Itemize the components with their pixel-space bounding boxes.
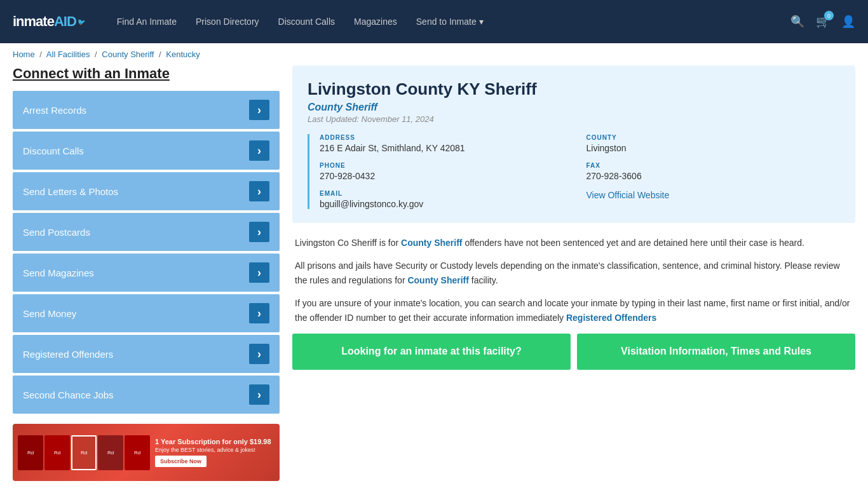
cart-badge: 0 (824, 11, 834, 20)
arrow-icon: › (249, 222, 269, 242)
desc-para-1: Livingston Co Sheriff is for County Sher… (295, 236, 853, 250)
visitation-info-button[interactable]: Visitation Information, Times and Rules (577, 334, 855, 370)
arrow-icon: › (249, 262, 269, 283)
mag-3: Rd (98, 435, 123, 470)
desc-para-2: All prisons and jails have Security or C… (295, 259, 853, 287)
facility-type: County Sheriff (308, 102, 840, 113)
sidebar-item-send-money[interactable]: Send Money › (13, 294, 280, 332)
sidebar-label: Send Money (23, 308, 76, 319)
main-layout: Connect with an Inmate Arrest Records › … (0, 65, 868, 488)
address-label: ADDRESS (320, 134, 574, 141)
breadcrumb-county-sheriff[interactable]: County Sheriff (102, 50, 154, 59)
search-icon[interactable]: 🔍 (790, 15, 804, 29)
send-to-inmate-label: Send to Inmate (416, 17, 477, 27)
desc2-rest: facility. (469, 275, 498, 285)
nav-find-inmate[interactable]: Find An Inmate (117, 17, 177, 27)
bottom-buttons: Looking for an inmate at this facility? … (292, 334, 855, 370)
email-value: bguill@livingstonco.ky.gov (320, 199, 574, 209)
facility-name: Livingston County KY Sheriff (308, 79, 840, 99)
sidebar-item-send-letters[interactable]: Send Letters & Photos › (13, 172, 280, 210)
desc1-text: Livingston Co Sheriff is for (295, 238, 401, 248)
mag-featured: Rd (71, 435, 97, 470)
sidebar-label: Send Letters & Photos (23, 186, 118, 197)
ad-inner: Rd Rd Rd Rd Rd 1 Year Subscription for o… (13, 430, 280, 475)
ad-subtitle: Enjoy the BEST stories, advice & jokes! (155, 447, 275, 453)
sidebar: Connect with an Inmate Arrest Records › … (13, 65, 292, 481)
ad-magazines: Rd Rd Rd Rd Rd (18, 435, 150, 470)
fax-value: 270-928-3606 (587, 171, 841, 181)
sidebar-label: Registered Offenders (23, 349, 113, 360)
county-block: COUNTY Livingston (587, 134, 841, 153)
county-sheriff-link-2[interactable]: County Sheriff (407, 275, 468, 285)
mag-1: Rd (18, 435, 43, 470)
phone-block: PHONE 270-928-0432 (320, 162, 574, 181)
navbar: inmateAID 🐦 Find An Inmate Prison Direct… (0, 0, 868, 43)
user-icon[interactable]: 👤 (841, 15, 855, 29)
sidebar-item-arrest-records[interactable]: Arrest Records › (13, 91, 280, 129)
nav-send-to-inmate[interactable]: Send to Inmate ▾ (416, 17, 484, 27)
arrow-icon: › (249, 344, 269, 364)
breadcrumb-all-facilities[interactable]: All Facilities (46, 50, 90, 59)
fax-block: FAX 270-928-3606 (587, 162, 841, 181)
ad-title: 1 Year Subscription for only $19.98 (155, 438, 275, 445)
phone-label: PHONE (320, 162, 574, 169)
desc-para-3: If you are unsure of your inmate's locat… (295, 296, 853, 325)
logo[interactable]: inmateAID 🐦 (13, 13, 85, 30)
nav-icon-group: 🔍 🛒 0 👤 (790, 15, 855, 29)
facility-last-updated: Last Updated: November 11, 2024 (308, 114, 840, 124)
county-label: COUNTY (587, 134, 841, 141)
breadcrumb-state[interactable]: Kentucky (166, 50, 200, 59)
email-block: EMAIL bguill@livingstonco.ky.gov (320, 190, 574, 209)
facility-card: Livingston County KY Sheriff County Sher… (292, 65, 855, 223)
arrow-icon: › (249, 100, 269, 120)
desc1-rest: offenders have not been sentenced yet an… (463, 238, 804, 248)
nav-prison-directory[interactable]: Prison Directory (196, 17, 259, 27)
mag-4: Rd (125, 435, 150, 470)
view-official-website-link[interactable]: View Official Website (587, 190, 670, 200)
county-sheriff-link-1[interactable]: County Sheriff (401, 238, 462, 248)
cart-icon[interactable]: 🛒 0 (816, 15, 830, 29)
arrow-icon: › (249, 181, 269, 201)
sidebar-label: Discount Calls (23, 146, 84, 156)
county-value: Livingston (587, 143, 841, 153)
logo-inmate: inmate (13, 13, 54, 29)
sidebar-item-registered-offenders[interactable]: Registered Offenders › (13, 335, 280, 373)
registered-offenders-link[interactable]: Registered Offenders (566, 313, 656, 323)
address-block: ADDRESS 216 E Adair St, Smithland, KY 42… (320, 134, 574, 153)
breadcrumb-sep-2: / (95, 50, 97, 59)
sidebar-item-send-magazines[interactable]: Send Magazines › (13, 254, 280, 292)
sidebar-menu: Arrest Records › Discount Calls › Send L… (13, 91, 280, 414)
breadcrumb: Home / All Facilities / County Sheriff /… (0, 43, 868, 65)
description-section: Livingston Co Sheriff is for County Sher… (292, 236, 855, 325)
nav-magazines[interactable]: Magazines (354, 17, 397, 27)
desc2-text: All prisons and jails have Security or C… (295, 261, 840, 285)
looking-for-inmate-button[interactable]: Looking for an inmate at this facility? (292, 334, 571, 370)
ad-banner[interactable]: Rd Rd Rd Rd Rd 1 Year Subscription for o… (13, 424, 280, 481)
sidebar-item-send-postcards[interactable]: Send Postcards › (13, 213, 280, 251)
fax-label: FAX (587, 162, 841, 169)
phone-value: 270-928-0432 (320, 171, 574, 181)
sidebar-label: Send Postcards (23, 227, 90, 238)
sidebar-label: Send Magazines (23, 268, 94, 278)
bird-icon: 🐦 (78, 18, 85, 25)
logo-text: inmateAID (13, 13, 76, 30)
chevron-down-icon: ▾ (479, 17, 484, 27)
info-grid: ADDRESS 216 E Adair St, Smithland, KY 42… (308, 134, 840, 209)
arrow-icon: › (249, 140, 269, 161)
nav-discount-calls[interactable]: Discount Calls (278, 17, 335, 27)
sidebar-label: Arrest Records (23, 105, 86, 116)
arrow-icon: › (249, 303, 269, 323)
breadcrumb-sep-1: / (39, 50, 42, 59)
sidebar-item-discount-calls[interactable]: Discount Calls › (13, 132, 280, 170)
address-value: 216 E Adair St, Smithland, KY 42081 (320, 143, 574, 153)
breadcrumb-home[interactable]: Home (13, 50, 35, 59)
breadcrumb-sep-3: / (159, 50, 161, 59)
mag-2: Rd (44, 435, 70, 470)
nav-links: Find An Inmate Prison Directory Discount… (117, 17, 771, 27)
sidebar-title: Connect with an Inmate (13, 65, 280, 82)
sidebar-label: Second Chance Jobs (23, 390, 114, 400)
ad-subscribe-button[interactable]: Subscribe Now (155, 456, 207, 467)
sidebar-item-second-chance-jobs[interactable]: Second Chance Jobs › (13, 376, 280, 414)
arrow-icon: › (249, 384, 269, 405)
main-content: Livingston County KY Sheriff County Sher… (292, 65, 855, 481)
